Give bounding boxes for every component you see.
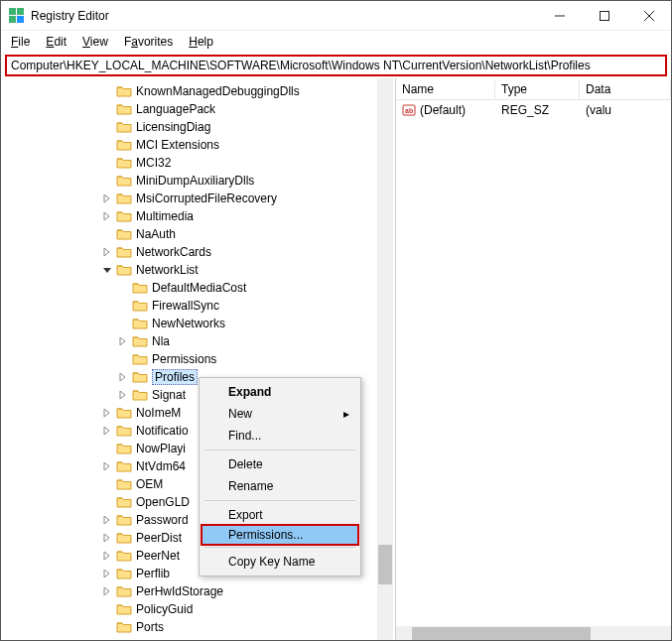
separator [204, 500, 355, 501]
folder-icon [116, 174, 132, 188]
tree-node[interactable]: PerHwIdStorage [1, 582, 395, 600]
string-value-icon: ab [402, 103, 416, 117]
close-icon [644, 11, 654, 21]
chevron-right-icon[interactable] [116, 334, 130, 348]
context-menu: Expand New ▸ Find... Delete Rename Expor… [199, 377, 361, 577]
folder-icon [116, 192, 132, 205]
svg-rect-2 [9, 16, 16, 23]
context-rename[interactable]: Rename [202, 475, 357, 497]
maximize-button[interactable] [582, 1, 626, 30]
folder-icon [116, 495, 132, 509]
tree-label: Signat [152, 388, 186, 402]
context-export[interactable]: Export [202, 504, 357, 526]
tree-node[interactable]: MsiCorruptedFileRecovery [1, 190, 395, 207]
context-expand[interactable]: Expand [202, 381, 357, 403]
tree-node[interactable]: NetworkCards [1, 243, 395, 261]
column-data[interactable]: Data [580, 80, 671, 98]
chevron-right-icon [116, 317, 130, 330]
chevron-right-icon [100, 620, 114, 634]
tree-label: Ports [136, 620, 164, 634]
chevron-right-icon[interactable] [100, 245, 114, 259]
list-pane[interactable]: Name Type Data ab (Default) REG_SZ (valu [396, 78, 671, 641]
menu-view[interactable]: View [76, 33, 114, 51]
folder-icon [116, 477, 132, 491]
folder-icon [116, 84, 132, 98]
chevron-right-icon [100, 84, 114, 98]
tree-node[interactable]: LicensingDiag [1, 118, 395, 136]
svg-rect-0 [9, 8, 16, 15]
tree-node[interactable]: KnownManagedDebuggingDlls [1, 82, 395, 100]
context-new[interactable]: New ▸ [202, 403, 357, 425]
tree-node[interactable]: LanguagePack [1, 100, 395, 118]
folder-icon [116, 209, 132, 223]
tree-label: PerHwIdStorage [136, 584, 223, 598]
folder-icon [116, 245, 132, 259]
tree-label: LanguagePack [136, 102, 215, 116]
horizontal-scrollbar[interactable] [396, 626, 671, 641]
chevron-right-icon[interactable] [100, 513, 114, 527]
tree-node[interactable]: Nla [1, 332, 395, 350]
scrollbar-thumb[interactable] [412, 627, 591, 641]
tree-label: Multimedia [136, 209, 194, 223]
tree-node[interactable]: NaAuth [1, 225, 395, 243]
menu-bar: File Edit View Favorites Help [1, 31, 671, 53]
chevron-right-icon[interactable] [100, 567, 114, 580]
menu-favorites[interactable]: Favorites [118, 33, 179, 51]
folder-icon [116, 263, 132, 277]
folder-icon [132, 317, 148, 330]
tree-node[interactable]: DefaultMediaCost [1, 279, 395, 297]
context-delete[interactable]: Delete [202, 453, 357, 475]
column-type[interactable]: Type [495, 80, 580, 98]
tree-node[interactable]: Prefetcher [1, 636, 395, 641]
folder-icon [132, 352, 148, 366]
window-title: Registry Editor [31, 9, 537, 23]
tree-node[interactable]: Permissions [1, 350, 395, 368]
chevron-right-icon[interactable] [100, 584, 114, 598]
tree-label: Password [136, 513, 189, 527]
tree-label: MsiCorruptedFileRecovery [136, 192, 277, 205]
chevron-right-icon [100, 477, 114, 491]
chevron-right-icon[interactable] [116, 370, 130, 384]
chevron-right-icon[interactable] [100, 192, 114, 205]
minimize-button[interactable] [537, 1, 582, 30]
context-copy-key-name[interactable]: Copy Key Name [202, 551, 357, 573]
tree-node[interactable]: NetworkList [1, 261, 395, 279]
value-type: REG_SZ [495, 102, 580, 118]
chevron-down-icon[interactable] [100, 263, 114, 277]
tree-node[interactable]: NewNetworks [1, 315, 395, 332]
menu-file[interactable]: File [5, 33, 36, 51]
chevron-right-icon[interactable] [100, 209, 114, 223]
menu-help[interactable]: Help [183, 33, 219, 51]
chevron-right-icon[interactable] [100, 406, 114, 420]
chevron-right-icon[interactable] [100, 424, 114, 438]
chevron-right-icon [116, 281, 130, 295]
tree-node[interactable]: MCI Extensions [1, 136, 395, 154]
tree-node[interactable]: Ports [1, 618, 395, 636]
chevron-right-icon[interactable] [100, 459, 114, 473]
context-find[interactable]: Find... [202, 425, 357, 447]
tree-label: NowPlayi [136, 442, 186, 455]
folder-icon [116, 424, 132, 438]
context-permissions[interactable]: Permissions... [201, 524, 359, 546]
folder-icon [116, 602, 132, 616]
scrollbar-thumb[interactable] [378, 545, 392, 584]
chevron-right-icon[interactable] [100, 549, 114, 563]
tree-node[interactable]: FirewallSync [1, 297, 395, 315]
address-bar[interactable]: Computer\HKEY_LOCAL_MACHINE\SOFTWARE\Mic… [5, 55, 667, 76]
vertical-scrollbar[interactable] [377, 78, 393, 641]
tree-node[interactable]: MCI32 [1, 154, 395, 172]
column-name[interactable]: Name [396, 80, 495, 98]
tree-node[interactable]: MiniDumpAuxiliaryDlls [1, 172, 395, 190]
folder-icon [132, 388, 148, 402]
tree-node[interactable]: PolicyGuid [1, 600, 395, 618]
chevron-right-icon[interactable] [116, 388, 130, 402]
chevron-right-icon[interactable] [100, 531, 114, 545]
folder-icon [116, 620, 132, 634]
folder-icon [116, 138, 132, 152]
menu-edit[interactable]: Edit [40, 33, 72, 51]
list-item[interactable]: ab (Default) REG_SZ (valu [396, 100, 671, 120]
tree-node[interactable]: Multimedia [1, 207, 395, 225]
tree-label: Permissions [152, 352, 216, 366]
close-button[interactable] [626, 1, 671, 30]
tree-label: NtVdm64 [136, 459, 186, 473]
